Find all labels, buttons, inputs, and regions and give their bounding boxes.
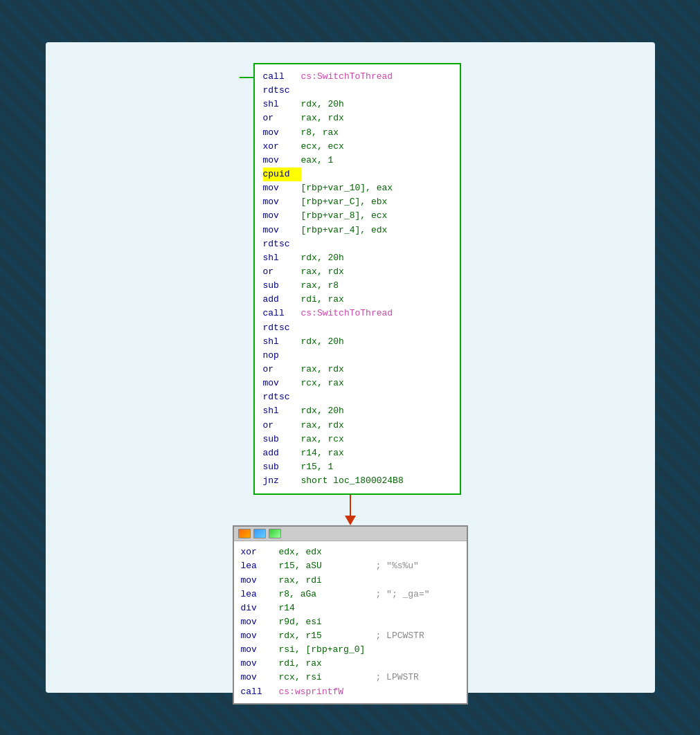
mnemonic: or: [263, 419, 301, 433]
titlebar-icon-2: [253, 529, 266, 538]
operands: rdx, 20h: [301, 404, 344, 418]
code-line: shl rdx, 20h: [263, 404, 451, 418]
comment: ; LPWSTR: [376, 671, 419, 684]
operands: r14: [279, 601, 295, 615]
code-line: lea r15, aSU ; "%s%u": [241, 559, 460, 573]
mnemonic: mov: [241, 657, 279, 671]
code-line: shl rdx, 20h: [263, 251, 451, 265]
code-line: mov rdi, rax: [241, 657, 460, 671]
mnemonic: nop: [263, 349, 279, 363]
side-line-horizontal: [240, 77, 253, 78]
operands: rcx, rax: [301, 376, 344, 390]
mnemonic: call: [263, 70, 301, 84]
operands: rdi, rax: [301, 293, 344, 307]
operands: [rbp+var_10], eax: [301, 181, 393, 195]
main-container: call cs:SwitchToThread rdtsc shl rdx, 20…: [46, 42, 655, 693]
code-line: shl rdx, 20h: [263, 98, 451, 111]
mnemonic: shl: [263, 98, 301, 111]
mnemonic: add: [263, 446, 301, 460]
operands: rsi, [rbp+arg_0]: [279, 643, 366, 657]
code-line: mov [rbp+var_8], ecx: [263, 209, 451, 223]
operands: short loc_1800024B8: [301, 474, 404, 488]
mnemonic: or: [263, 363, 301, 376]
code-line: lea r8, aGa ; "; _ga=": [241, 588, 460, 601]
mnemonic: or: [263, 111, 301, 125]
mnemonic: rdtsc: [263, 321, 290, 335]
operands: rax, rcx: [301, 433, 344, 446]
mnemonic: jnz: [263, 474, 301, 488]
code-line: sub rax, r8: [263, 279, 451, 293]
mnemonic: mov: [241, 643, 279, 657]
operands: rax, rdx: [301, 111, 344, 125]
operands: r14, rax: [301, 446, 344, 460]
mnemonic: rdtsc: [263, 237, 290, 251]
operands: rax, rdx: [301, 265, 344, 279]
code-line: xor edx, edx: [241, 545, 460, 559]
code-line: or rax, rdx: [263, 363, 451, 376]
code-line: mov r9d, esi: [241, 615, 460, 629]
mnemonic: rdtsc: [263, 84, 290, 98]
code-line: mov eax, 1: [263, 154, 451, 167]
vertical-line: [350, 495, 351, 516]
bottom-code-body: xor edx, edx lea r15, aSU ; "%s%u" mov r…: [234, 541, 467, 703]
operands: edx, edx: [279, 545, 322, 559]
code-line: or rax, rdx: [263, 265, 451, 279]
mnemonic: shl: [263, 404, 301, 418]
comment: ; "%s%u": [376, 559, 419, 573]
titlebar-icon-1: [238, 529, 251, 538]
code-line: mov r8, rax: [263, 126, 451, 140]
operands: rax, rdx: [301, 363, 344, 376]
operands: rax, rdi: [279, 574, 322, 588]
arrow-connector: [345, 495, 356, 525]
operands: cs:SwitchToThread: [301, 307, 393, 320]
operands: r8, rax: [301, 126, 339, 140]
mnemonic: mov: [263, 195, 301, 209]
code-line: rdtsc: [263, 84, 451, 98]
mnemonic: xor: [241, 545, 279, 559]
mnemonic: shl: [263, 251, 301, 265]
mnemonic: div: [241, 601, 279, 615]
mnemonic: mov: [241, 615, 279, 629]
operands: rcx, rsi: [279, 671, 376, 684]
top-code-block: call cs:SwitchToThread rdtsc shl rdx, 20…: [253, 63, 461, 495]
code-line: or rax, rdx: [263, 419, 451, 433]
code-line: nop: [263, 349, 451, 363]
code-line: mov [rbp+var_C], ebx: [263, 195, 451, 209]
mnemonic: sub: [263, 279, 301, 293]
code-line: add rdi, rax: [263, 293, 451, 307]
block-titlebar: [234, 527, 467, 541]
mnemonic: mov: [241, 574, 279, 588]
code-line: sub rax, rcx: [263, 433, 451, 446]
code-line: mov [rbp+var_4], edx: [263, 224, 451, 237]
operands: ecx, ecx: [301, 140, 344, 154]
code-line: mov rax, rdi: [241, 574, 460, 588]
code-line: xor ecx, ecx: [263, 140, 451, 154]
code-line-cpuid: cpuid: [263, 167, 451, 181]
comment: ; "; _ga=": [376, 588, 430, 601]
operands: rdi, rax: [279, 657, 322, 671]
titlebar-icon-3: [269, 529, 281, 538]
operands: cs:wsprintfW: [279, 685, 344, 699]
arrow-down-icon: [345, 516, 356, 525]
code-line: call cs:SwitchToThread: [263, 70, 451, 84]
mnemonic: shl: [263, 335, 301, 349]
mnemonic: mov: [263, 181, 301, 195]
bottom-code-block: xor edx, edx lea r15, aSU ; "%s%u" mov r…: [233, 525, 468, 705]
mnemonic: xor: [263, 140, 301, 154]
operands: r8, aGa: [279, 588, 376, 601]
code-line: rdtsc: [263, 321, 451, 335]
mnemonic: mov: [241, 629, 279, 643]
comment: ; LPCWSTR: [376, 629, 424, 643]
mnemonic: lea: [241, 588, 279, 601]
mnemonic: mov: [241, 671, 279, 684]
operands: [rbp+var_C], ebx: [301, 195, 388, 209]
operands: r15, 1: [301, 460, 334, 474]
operands: rdx, 20h: [301, 251, 344, 265]
mnemonic: sub: [263, 433, 301, 446]
operands: [rbp+var_4], edx: [301, 224, 388, 237]
code-line: rdtsc: [263, 390, 451, 404]
code-line: call cs:wsprintfW: [241, 685, 460, 699]
side-connector: [240, 56, 253, 78]
operands: rax, rdx: [301, 419, 344, 433]
operands: eax, 1: [301, 154, 334, 167]
